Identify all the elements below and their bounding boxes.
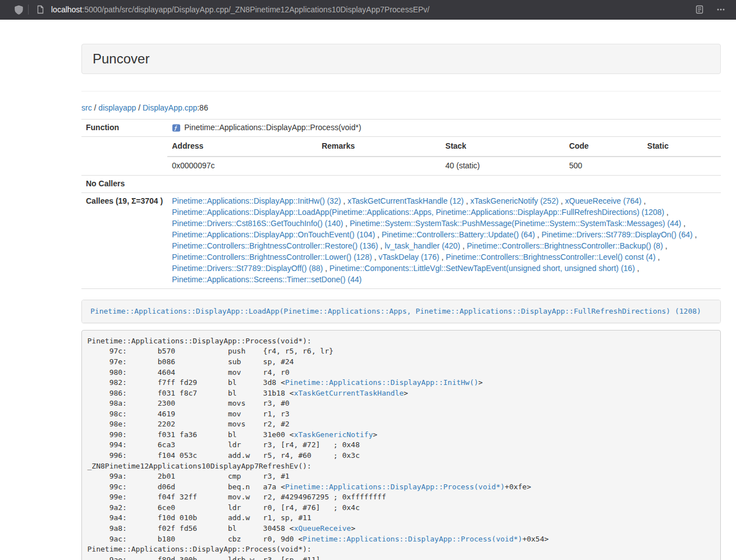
callee-link[interactable]: Pinetime::Applications::DisplayApp::Load…	[172, 208, 664, 217]
callee-link[interactable]: xTaskGenericNotify (252)	[470, 196, 559, 205]
toolbar-divider	[28, 4, 29, 15]
callees-list: Pinetime::Applications::DisplayApp::Init…	[167, 193, 721, 289]
browser-toolbar: localhost:5000/path/src/displayapp/Displ…	[0, 0, 736, 20]
function-stats-table: Address Remarks Stack Code Static 0x0000…	[167, 137, 721, 175]
column-stack: Stack	[441, 137, 564, 157]
reader-view-icon[interactable]	[692, 2, 707, 17]
callee-link[interactable]: Pinetime::Applications::DisplayApp::Init…	[172, 196, 341, 205]
symbol-link[interactable]: Pinetime::Applications::DisplayApp::Proc…	[285, 483, 505, 491]
breadcrumb-item[interactable]: src	[81, 103, 92, 112]
symbol-link[interactable]: xQueueReceive	[294, 524, 351, 533]
no-callers-label: No Callers	[81, 176, 167, 193]
callee-link[interactable]: Pinetime::Applications::Screens::Timer::…	[172, 275, 362, 284]
column-address: Address	[167, 137, 317, 157]
remarks-value	[317, 157, 441, 175]
callee-link[interactable]: Pinetime::Drivers::St7789::DisplayOff() …	[172, 264, 323, 273]
stats-row: Address Remarks Stack Code Static 0x0000…	[81, 137, 721, 176]
callee-link[interactable]: Pinetime::Controllers::BrightnessControl…	[446, 253, 655, 261]
symbol-link[interactable]: Pinetime::Applications::DisplayApp::Proc…	[303, 535, 522, 543]
disassembly: Pinetime::Applications::DisplayApp::Proc…	[81, 330, 721, 560]
breadcrumb-item[interactable]: DisplayApp.cpp	[143, 103, 197, 112]
callee-link[interactable]: Pinetime::Drivers::Cst816S::GetTouchInfo…	[172, 219, 343, 228]
callee-link[interactable]: xQueueReceive (764)	[565, 196, 642, 205]
function-row: Function Pinetime::Applications::Display…	[81, 120, 721, 137]
breadcrumb-item: :86	[197, 103, 208, 112]
stats-values-row: 0x0000097c 40 (static) 500	[167, 157, 721, 175]
column-code: Code	[565, 137, 643, 157]
callees-label: Callees (19, Σ=3704 )	[81, 193, 167, 289]
static-value	[643, 157, 721, 175]
callees-row: Callees (19, Σ=3704 ) Pinetime::Applicat…	[81, 193, 721, 289]
code-value: 500	[565, 157, 643, 175]
function-icon	[172, 123, 181, 132]
callee-link[interactable]: Pinetime::Components::LittleVgl::SetNewT…	[330, 264, 635, 273]
callee-link[interactable]: vTaskDelay (176)	[378, 253, 439, 261]
url-host: localhost	[51, 5, 82, 14]
symbol-heading-link[interactable]: Pinetime::Applications::DisplayApp::Load…	[90, 307, 701, 315]
page-actions-menu-icon[interactable]	[714, 2, 728, 17]
symbol-link[interactable]: xTaskGenericNotify	[294, 430, 373, 439]
address-value: 0x0000097c	[167, 157, 317, 175]
column-remarks: Remarks	[317, 137, 441, 157]
page-content: Puncover src / displayapp / DisplayApp.c…	[81, 20, 721, 560]
callee-link[interactable]: Pinetime::Drivers::St7789::DisplayOn() (…	[542, 230, 693, 239]
callee-link[interactable]: Pinetime::Applications::DisplayApp::OnTo…	[172, 230, 375, 239]
app-title: Puncover	[93, 52, 710, 66]
function-name: Pinetime::Applications::DisplayApp::Proc…	[184, 122, 361, 134]
url-bar[interactable]: localhost:5000/path/src/displayapp/Displ…	[51, 5, 692, 14]
tracking-protection-shield-icon[interactable]	[11, 2, 26, 17]
breadcrumb: src / displayapp / DisplayApp.cpp:86	[81, 103, 721, 114]
symbol-table: Function Pinetime::Applications::Display…	[81, 119, 721, 289]
stack-value: 40 (static)	[441, 157, 564, 175]
app-header: Puncover	[81, 44, 721, 74]
symbol-panel: Pinetime::Applications::DisplayApp::Load…	[81, 300, 721, 323]
breadcrumb-item[interactable]: displayapp	[98, 103, 136, 112]
url-path: :5000/path/src/displayapp/DisplayApp.cpp…	[82, 5, 429, 14]
callee-link[interactable]: Pinetime::System::SystemTask::PushMessag…	[350, 219, 682, 228]
function-row-label: Function	[81, 120, 167, 137]
callee-link[interactable]: Pinetime::Controllers::BrightnessControl…	[467, 241, 662, 250]
callee-link[interactable]: Pinetime::Controllers::BrightnessControl…	[172, 241, 378, 250]
symbol-link[interactable]: xTaskGetCurrentTaskHandle	[294, 389, 404, 397]
column-static: Static	[643, 137, 721, 157]
symbol-link[interactable]: Pinetime::Applications::DisplayApp::Init…	[285, 378, 478, 387]
no-callers-row: No Callers	[81, 176, 721, 193]
header-divider	[81, 91, 721, 91]
page-info-icon[interactable]	[33, 2, 48, 17]
symbol-panel-heading: Pinetime::Applications::DisplayApp::Load…	[82, 300, 720, 323]
callee-link[interactable]: Pinetime::Controllers::Battery::Update()…	[382, 230, 535, 239]
callee-link[interactable]: lv_task_handler (420)	[385, 241, 460, 250]
callee-link[interactable]: xTaskGetCurrentTaskHandle (12)	[348, 196, 464, 205]
callee-link[interactable]: Pinetime::Controllers::BrightnessControl…	[172, 253, 372, 261]
stats-row-label	[81, 137, 167, 176]
